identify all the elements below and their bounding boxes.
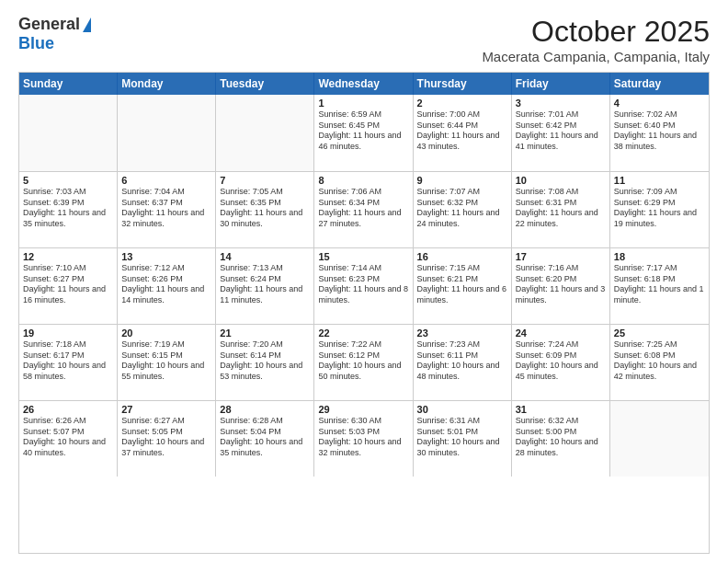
- day-info-30: Sunrise: 6:31 AM Sunset: 5:01 PM Dayligh…: [417, 416, 507, 459]
- day-number-5: 5: [23, 175, 113, 186]
- day-number-31: 31: [516, 404, 606, 415]
- day-7: 7Sunrise: 7:05 AM Sunset: 6:35 PM Daylig…: [216, 172, 314, 247]
- month-title: October 2025: [482, 15, 710, 49]
- day-number-22: 22: [318, 327, 408, 339]
- week-1: 1Sunrise: 6:59 AM Sunset: 6:45 PM Daylig…: [19, 95, 709, 171]
- day-29: 29Sunrise: 6:30 AM Sunset: 5:03 PM Dayli…: [314, 401, 413, 477]
- calendar-body: 1Sunrise: 6:59 AM Sunset: 6:45 PM Daylig…: [19, 95, 709, 553]
- day-info-2: Sunrise: 7:00 AM Sunset: 6:44 PM Dayligh…: [417, 109, 507, 153]
- day-info-24: Sunrise: 7:24 AM Sunset: 6:09 PM Dayligh…: [516, 339, 606, 383]
- day-18: 18Sunrise: 7:17 AM Sunset: 6:18 PM Dayli…: [610, 248, 709, 324]
- day-16: 16Sunrise: 7:15 AM Sunset: 6:21 PM Dayli…: [414, 248, 512, 324]
- day-3: 3Sunrise: 7:01 AM Sunset: 6:42 PM Daylig…: [512, 95, 610, 171]
- day-number-9: 9: [417, 175, 507, 186]
- week-2: 5Sunrise: 7:03 AM Sunset: 6:39 PM Daylig…: [19, 171, 709, 247]
- title-area: October 2025 Macerata Campania, Campania…: [482, 15, 710, 64]
- day-number-27: 27: [121, 404, 211, 415]
- day-number-13: 13: [121, 251, 211, 262]
- day-monday: Monday: [118, 73, 216, 95]
- day-number-23: 23: [417, 327, 507, 339]
- day-31: 31Sunrise: 6:32 AM Sunset: 5:00 PM Dayli…: [512, 401, 610, 477]
- day-12: 12Sunrise: 7:10 AM Sunset: 6:27 PM Dayli…: [19, 248, 118, 324]
- day-number-26: 26: [23, 404, 113, 415]
- day-info-7: Sunrise: 7:05 AM Sunset: 6:35 PM Dayligh…: [220, 187, 310, 230]
- day-info-6: Sunrise: 7:04 AM Sunset: 6:37 PM Dayligh…: [121, 187, 211, 230]
- day-info-22: Sunrise: 7:22 AM Sunset: 6:12 PM Dayligh…: [318, 339, 408, 383]
- day-info-8: Sunrise: 7:06 AM Sunset: 6:34 PM Dayligh…: [318, 187, 408, 230]
- day-number-24: 24: [516, 327, 606, 339]
- day-info-15: Sunrise: 7:14 AM Sunset: 6:23 PM Dayligh…: [318, 263, 408, 306]
- day-number-4: 4: [614, 98, 705, 109]
- day-info-18: Sunrise: 7:17 AM Sunset: 6:18 PM Dayligh…: [614, 263, 705, 306]
- logo: General Blue: [18, 15, 91, 53]
- day-20: 20Sunrise: 7:19 AM Sunset: 6:15 PM Dayli…: [118, 325, 216, 400]
- day-26: 26Sunrise: 6:26 AM Sunset: 5:07 PM Dayli…: [19, 401, 118, 477]
- day-number-25: 25: [614, 327, 705, 339]
- day-sunday: Sunday: [19, 73, 118, 95]
- day-24: 24Sunrise: 7:24 AM Sunset: 6:09 PM Dayli…: [512, 325, 610, 400]
- day-info-13: Sunrise: 7:12 AM Sunset: 6:26 PM Dayligh…: [121, 263, 211, 306]
- day-info-11: Sunrise: 7:09 AM Sunset: 6:29 PM Dayligh…: [614, 187, 705, 230]
- day-info-4: Sunrise: 7:02 AM Sunset: 6:40 PM Dayligh…: [614, 109, 705, 153]
- calendar: Sunday Monday Tuesday Wednesday Thursday…: [18, 72, 710, 554]
- day-number-14: 14: [220, 251, 310, 262]
- day-8: 8Sunrise: 7:06 AM Sunset: 6:34 PM Daylig…: [314, 172, 413, 247]
- day-info-25: Sunrise: 7:25 AM Sunset: 6:08 PM Dayligh…: [614, 339, 705, 383]
- day-number-21: 21: [220, 327, 310, 339]
- logo-triangle-icon: [83, 17, 91, 32]
- day-number-15: 15: [318, 251, 408, 262]
- week-4: 19Sunrise: 7:18 AM Sunset: 6:17 PM Dayli…: [19, 324, 709, 400]
- day-info-5: Sunrise: 7:03 AM Sunset: 6:39 PM Dayligh…: [23, 187, 113, 230]
- day-number-18: 18: [614, 251, 705, 262]
- day-info-26: Sunrise: 6:26 AM Sunset: 5:07 PM Dayligh…: [23, 416, 113, 459]
- day-thursday: Thursday: [414, 73, 512, 95]
- day-info-29: Sunrise: 6:30 AM Sunset: 5:03 PM Dayligh…: [318, 416, 408, 459]
- logo-blue: Blue: [18, 34, 54, 52]
- header: General Blue October 2025 Macerata Campa…: [18, 15, 710, 64]
- day-number-10: 10: [516, 175, 606, 186]
- day-info-12: Sunrise: 7:10 AM Sunset: 6:27 PM Dayligh…: [23, 263, 113, 306]
- day-info-27: Sunrise: 6:27 AM Sunset: 5:05 PM Dayligh…: [121, 416, 211, 459]
- day-info-19: Sunrise: 7:18 AM Sunset: 6:17 PM Dayligh…: [23, 339, 113, 383]
- day-number-2: 2: [417, 98, 507, 109]
- location-title: Macerata Campania, Campania, Italy: [482, 49, 710, 64]
- day-22: 22Sunrise: 7:22 AM Sunset: 6:12 PM Dayli…: [314, 325, 413, 400]
- day-info-1: Sunrise: 6:59 AM Sunset: 6:45 PM Dayligh…: [318, 109, 408, 153]
- empty-cell: [118, 95, 216, 171]
- day-info-28: Sunrise: 6:28 AM Sunset: 5:04 PM Dayligh…: [220, 416, 310, 459]
- day-4: 4Sunrise: 7:02 AM Sunset: 6:40 PM Daylig…: [610, 95, 709, 171]
- day-5: 5Sunrise: 7:03 AM Sunset: 6:39 PM Daylig…: [19, 172, 118, 247]
- day-number-3: 3: [516, 98, 606, 109]
- day-number-20: 20: [121, 327, 211, 339]
- day-1: 1Sunrise: 6:59 AM Sunset: 6:45 PM Daylig…: [314, 95, 413, 171]
- empty-cell: [610, 401, 709, 477]
- day-info-10: Sunrise: 7:08 AM Sunset: 6:31 PM Dayligh…: [516, 187, 606, 230]
- day-info-20: Sunrise: 7:19 AM Sunset: 6:15 PM Dayligh…: [121, 339, 211, 383]
- day-info-23: Sunrise: 7:23 AM Sunset: 6:11 PM Dayligh…: [417, 339, 507, 383]
- day-info-21: Sunrise: 7:20 AM Sunset: 6:14 PM Dayligh…: [220, 339, 310, 383]
- day-23: 23Sunrise: 7:23 AM Sunset: 6:11 PM Dayli…: [414, 325, 512, 400]
- day-wednesday: Wednesday: [314, 73, 413, 95]
- day-17: 17Sunrise: 7:16 AM Sunset: 6:20 PM Dayli…: [512, 248, 610, 324]
- day-number-28: 28: [220, 404, 310, 415]
- day-number-7: 7: [220, 175, 310, 186]
- week-5: 26Sunrise: 6:26 AM Sunset: 5:07 PM Dayli…: [19, 400, 709, 477]
- day-27: 27Sunrise: 6:27 AM Sunset: 5:05 PM Dayli…: [118, 401, 216, 477]
- week-3: 12Sunrise: 7:10 AM Sunset: 6:27 PM Dayli…: [19, 247, 709, 324]
- day-30: 30Sunrise: 6:31 AM Sunset: 5:01 PM Dayli…: [414, 401, 512, 477]
- calendar-header: Sunday Monday Tuesday Wednesday Thursday…: [19, 73, 709, 95]
- logo-general: General: [18, 15, 80, 34]
- day-info-31: Sunrise: 6:32 AM Sunset: 5:00 PM Dayligh…: [516, 416, 606, 459]
- day-number-8: 8: [318, 175, 408, 186]
- day-13: 13Sunrise: 7:12 AM Sunset: 6:26 PM Dayli…: [118, 248, 216, 324]
- day-number-17: 17: [516, 251, 606, 262]
- day-tuesday: Tuesday: [216, 73, 314, 95]
- day-2: 2Sunrise: 7:00 AM Sunset: 6:44 PM Daylig…: [414, 95, 512, 171]
- day-19: 19Sunrise: 7:18 AM Sunset: 6:17 PM Dayli…: [19, 325, 118, 400]
- day-number-11: 11: [614, 175, 705, 186]
- day-number-12: 12: [23, 251, 113, 262]
- day-6: 6Sunrise: 7:04 AM Sunset: 6:37 PM Daylig…: [118, 172, 216, 247]
- day-info-14: Sunrise: 7:13 AM Sunset: 6:24 PM Dayligh…: [220, 263, 310, 306]
- day-number-6: 6: [121, 175, 211, 186]
- day-25: 25Sunrise: 7:25 AM Sunset: 6:08 PM Dayli…: [610, 325, 709, 400]
